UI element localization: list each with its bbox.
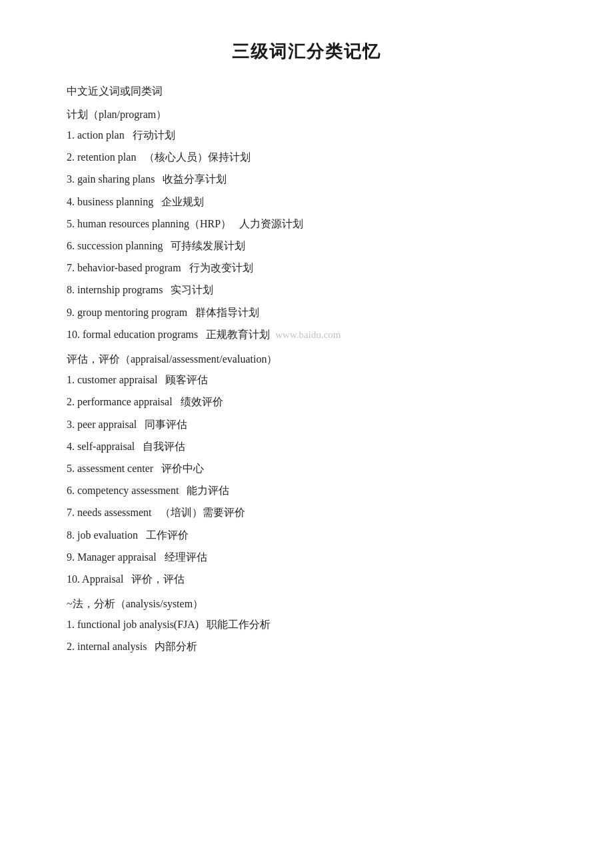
list-item: 2. performance appraisal 绩效评价: [67, 393, 546, 411]
item-en: 1. customer appraisal: [67, 374, 157, 385]
item-en: 4. business planning: [67, 196, 153, 207]
item-cn: 能力评估: [187, 485, 229, 496]
list-item: 6. competency assessment 能力评估: [67, 481, 546, 499]
item-cn: 工作评价: [146, 529, 189, 541]
list-item: 6. succession planning 可持续发展计划: [67, 237, 546, 255]
item-cn: 绩效评价: [181, 396, 223, 407]
item-en: 8. job evaluation: [67, 529, 138, 541]
list-item: 5. human resources planning（HRP） 人力资源计划: [67, 215, 546, 233]
item-en: 2. performance appraisal: [67, 396, 173, 407]
item-en: 9. group mentoring program: [67, 307, 187, 318]
watermark: www.baidu.com: [275, 329, 340, 340]
list-item: 10. formal education programs 正规教育计划 www…: [67, 325, 546, 344]
list-item: 8. job evaluation 工作评价: [67, 526, 546, 544]
section2-label: 评估，评价（appraisal/assessment/evaluation）: [67, 353, 546, 367]
section1-label: 计划（plan/program）: [67, 108, 546, 122]
section3-list: 1. functional job analysis(FJA) 职能工作分析2.…: [67, 615, 546, 655]
item-cn: （培训）需要评价: [160, 507, 245, 518]
item-cn: 自我评估: [143, 441, 185, 452]
list-item: 1. customer appraisal 顾客评估: [67, 371, 546, 389]
list-item: 3. peer appraisal 同事评估: [67, 415, 546, 433]
item-en: 9. Manager appraisal: [67, 551, 157, 563]
item-cn: 人力资源计划: [239, 218, 303, 229]
section3-label: ~法，分析（analysis/system）: [67, 597, 546, 611]
list-item: 7. needs assessment （培训）需要评价: [67, 503, 546, 521]
item-cn: 群体指导计划: [195, 307, 259, 318]
item-cn: 行动计划: [133, 129, 175, 141]
item-cn: 经理评估: [165, 551, 207, 563]
item-en: 5. assessment center: [67, 463, 153, 474]
item-cn: 内部分析: [155, 641, 197, 652]
item-en: 8. internship programs: [67, 284, 163, 295]
list-item: 4. self-appraisal 自我评估: [67, 437, 546, 455]
item-en: 4. self-appraisal: [67, 441, 135, 452]
item-cn: 同事评估: [145, 419, 187, 430]
item-en: 3. gain sharing plans: [67, 173, 155, 185]
list-item: 2. internal analysis 内部分析: [67, 637, 546, 655]
section1-group: 计划（plan/program） 1. action plan 行动计划2. r…: [67, 108, 546, 343]
item-en: 6. succession planning: [67, 240, 163, 251]
section2-list: 1. customer appraisal 顾客评估2. performance…: [67, 371, 546, 588]
list-item: 2. retention plan （核心人员）保持计划: [67, 148, 546, 166]
section1-list: 1. action plan 行动计划2. retention plan （核心…: [67, 126, 546, 343]
list-item: 4. business planning 企业规划: [67, 193, 546, 211]
item-en: 3. peer appraisal: [67, 419, 137, 430]
item-cn: 企业规划: [161, 196, 204, 207]
item-cn: 正规教育计划: [206, 329, 270, 340]
list-item: 10. Appraisal 评价，评估: [67, 570, 546, 588]
item-en: 1. action plan: [67, 129, 125, 141]
page-title: 三级词汇分类记忆: [67, 40, 546, 63]
list-item: 8. internship programs 实习计划: [67, 281, 546, 299]
item-en: 5. human resources planning（HRP）: [67, 218, 231, 229]
item-cn: 收益分享计划: [163, 173, 227, 185]
item-cn: 顾客评估: [165, 374, 208, 385]
item-en: 1. functional job analysis(FJA): [67, 619, 199, 630]
list-item: 3. gain sharing plans 收益分享计划: [67, 170, 546, 188]
item-cn: （核心人员）保持计划: [144, 151, 251, 163]
list-item: 5. assessment center 评价中心: [67, 459, 546, 477]
item-en: 2. internal analysis: [67, 641, 147, 652]
section3-group: ~法，分析（analysis/system） 1. functional job…: [67, 597, 546, 655]
item-en: 10. formal education programs: [67, 329, 198, 340]
item-cn: 行为改变计划: [189, 262, 253, 273]
section2-group: 评估，评价（appraisal/assessment/evaluation） 1…: [67, 353, 546, 588]
list-item: 9. Manager appraisal 经理评估: [67, 548, 546, 566]
list-item: 1. action plan 行动计划: [67, 126, 546, 144]
intro-label: 中文近义词或同类词: [67, 85, 546, 99]
item-en: 7. needs assessment: [67, 507, 152, 518]
list-item: 9. group mentoring program 群体指导计划: [67, 303, 546, 321]
item-cn: 可持续发展计划: [171, 240, 245, 251]
item-cn: 评价，评估: [131, 573, 185, 585]
item-en: 10. Appraisal: [67, 573, 123, 585]
item-cn: 实习计划: [171, 284, 213, 295]
item-en: 6. competency assessment: [67, 485, 179, 496]
item-en: 2. retention plan: [67, 151, 136, 163]
item-en: 7. behavior-based program: [67, 262, 181, 273]
item-cn: 职能工作分析: [207, 619, 271, 630]
list-item: 7. behavior-based program 行为改变计划: [67, 259, 546, 277]
list-item: 1. functional job analysis(FJA) 职能工作分析: [67, 615, 546, 633]
item-cn: 评价中心: [161, 463, 204, 474]
